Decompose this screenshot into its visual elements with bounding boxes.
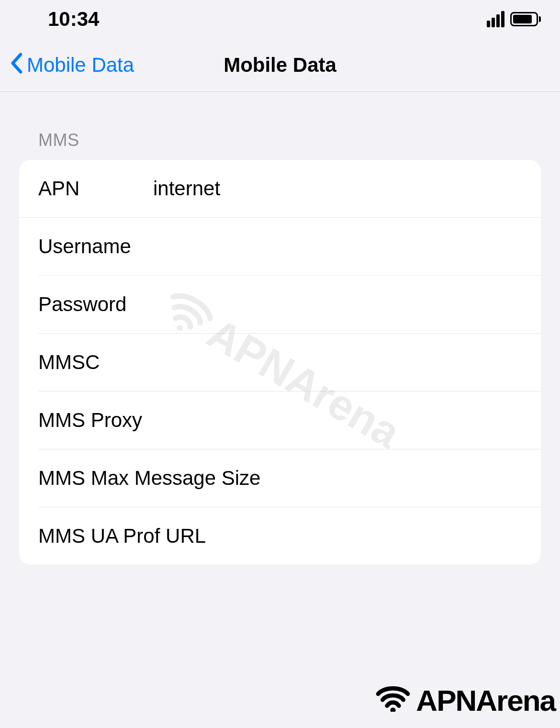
status-bar: 10:34 bbox=[0, 0, 560, 38]
row-label: Username bbox=[38, 235, 153, 258]
status-time: 10:34 bbox=[48, 8, 99, 31]
back-button[interactable]: Mobile Data bbox=[10, 53, 134, 78]
settings-row-password[interactable]: Password bbox=[38, 276, 541, 334]
settings-row-mms-max-size[interactable]: MMS Max Message Size bbox=[38, 449, 541, 507]
row-label: MMSC bbox=[38, 351, 153, 374]
mms-max-size-input[interactable] bbox=[260, 467, 541, 490]
row-label: MMS UA Prof URL bbox=[38, 525, 206, 548]
svg-point-1 bbox=[391, 707, 396, 712]
battery-icon bbox=[510, 12, 541, 26]
watermark-text: APNArena bbox=[416, 683, 555, 717]
settings-row-mmsc[interactable]: MMSC bbox=[38, 334, 541, 392]
row-label: MMS Max Message Size bbox=[38, 467, 260, 490]
cellular-signal-icon bbox=[487, 11, 504, 27]
watermark-bottom: APNArena bbox=[374, 682, 555, 718]
settings-group-mms: APN Username Password MMSC MMS Proxy MMS… bbox=[19, 160, 541, 565]
status-indicators bbox=[487, 11, 541, 27]
content-area: MMS APN Username Password MMSC MMS Proxy… bbox=[0, 92, 560, 565]
settings-row-mms-proxy[interactable]: MMS Proxy bbox=[38, 392, 541, 449]
row-label: APN bbox=[38, 177, 153, 200]
settings-row-username[interactable]: Username bbox=[38, 218, 541, 276]
password-input[interactable] bbox=[153, 293, 541, 316]
settings-row-mms-ua-prof[interactable]: MMS UA Prof URL bbox=[38, 507, 541, 565]
settings-row-apn[interactable]: APN bbox=[19, 160, 541, 218]
navigation-bar: Mobile Data Mobile Data bbox=[0, 38, 560, 92]
row-label: MMS Proxy bbox=[38, 409, 153, 432]
mmsc-input[interactable] bbox=[153, 351, 541, 374]
back-label: Mobile Data bbox=[27, 54, 134, 77]
apn-input[interactable] bbox=[153, 177, 522, 200]
section-header-mms: MMS bbox=[19, 92, 541, 160]
wifi-icon bbox=[374, 682, 412, 718]
row-label: Password bbox=[38, 293, 153, 316]
mms-proxy-input[interactable] bbox=[153, 409, 541, 432]
username-input[interactable] bbox=[153, 235, 541, 258]
chevron-left-icon bbox=[10, 53, 23, 78]
mms-ua-prof-input[interactable] bbox=[206, 525, 541, 548]
page-title: Mobile Data bbox=[224, 54, 336, 77]
